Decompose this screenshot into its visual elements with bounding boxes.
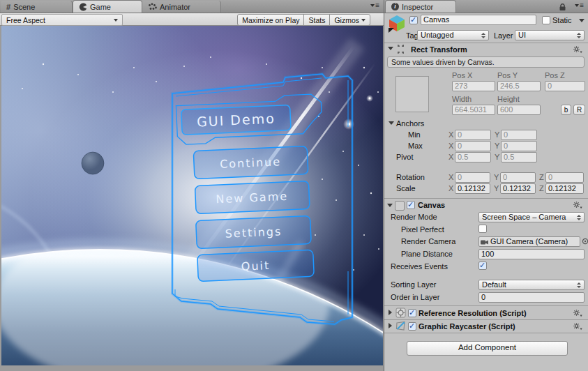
tab-game[interactable]: Game [73,0,142,13]
game-icon [79,3,87,11]
graphic-raycaster-foldout[interactable] [389,323,392,328]
gear-icon[interactable] [573,201,582,209]
scale-z-field[interactable]: 0.12132 [545,183,584,194]
reference-resolution-enabled-checkbox[interactable] [408,309,416,317]
pivot-x-field[interactable]: 0.5 [455,152,491,162]
rect-transform-title: Rect Transform [411,45,467,54]
unity-editor-window: # Scene Game Animator ≡ Free Aspect Maxi… [0,0,588,371]
blueprint-mode-button[interactable]: b [561,105,571,115]
tab-animator-label: Animator [160,3,190,11]
layer-dropdown[interactable]: UI [515,30,585,40]
sorting-layer-label: Sorting Layer [391,280,436,289]
graphic-raycaster-title: Graphic Raycaster (Script) [419,322,515,331]
axis-x-label: X [448,184,453,193]
popup-arrows-icon [577,282,582,288]
gizmos-button[interactable]: Gizmos [329,14,370,26]
tab-scene-label: Scene [13,3,35,11]
popup-arrows-icon [577,215,582,220]
anchor-min-x-field[interactable]: 0 [455,130,491,140]
static-dropdown-icon[interactable] [579,19,585,22]
chevron-down-icon [361,19,365,22]
rect-transform-helpbox: Some values driven by Canvas. [387,56,585,68]
canvas-foldout[interactable] [387,204,393,207]
animator-icon [148,3,157,11]
axis-x-label: X [448,153,453,162]
rotation-label: Rotation [396,173,425,182]
gear-icon[interactable] [573,45,582,54]
plane-distance-label: Plane Distance [401,250,453,259]
axis-x-label: X [448,173,453,182]
pos-x-label: Pos X [452,71,472,80]
width-label: Width [452,95,472,104]
anchor-max-y-field[interactable]: 0 [501,141,537,151]
pos-x-field[interactable]: 273 [452,81,495,91]
gear-icon[interactable] [573,309,582,317]
popup-arrows-icon [481,33,486,38]
object-picker-icon[interactable] [582,238,588,245]
pixel-perfect-label: Pixel Perfect [401,225,444,234]
game-pane-menu-icon[interactable]: ≡ [370,2,379,9]
tab-animator[interactable]: Animator [142,1,221,13]
inspector-pane-menu-icon[interactable]: ≡ [575,2,584,9]
render-camera-object-field[interactable]: GUI Camera (Camera) [478,236,580,247]
maximize-on-play-button[interactable]: Maximize on Play [237,14,304,26]
rotation-z-field[interactable]: 0 [545,172,584,183]
scale-y-field[interactable]: 0.12132 [500,183,536,194]
tab-game-label: Game [90,3,111,11]
height-label: Height [497,95,520,104]
settings-button-label: Settings [225,225,282,241]
pos-z-field[interactable]: 0 [545,81,585,91]
gear-icon[interactable] [573,322,582,331]
gameobject-enabled-checkbox[interactable] [409,16,418,24]
canvas-enabled-checkbox[interactable] [407,201,415,209]
plane-distance-field[interactable]: 100 [478,249,585,259]
order-in-layer-field[interactable]: 0 [478,292,585,303]
game-panel: # Scene Game Animator ≡ Free Aspect Maxi… [0,0,384,371]
rotation-x-field[interactable]: 0 [455,172,490,183]
axis-y-label: Y [495,153,499,162]
rect-transform-position-block: Pos X Pos Y Pos Z 273 246.5 0 Width Heig… [384,70,588,117]
graphic-raycaster-icon [395,321,406,331]
gameobject-name-field[interactable]: Canvas [421,15,536,25]
raw-edit-mode-button[interactable]: R [573,105,585,115]
rotation-y-field[interactable]: 0 [500,172,536,183]
gameobject-cube-icon[interactable] [387,14,407,33]
axis-y-label: Y [495,130,499,139]
tab-inspector-label: Inspector [402,3,433,11]
info-icon: i [391,3,399,10]
receives-events-checkbox[interactable] [478,262,487,270]
width-field[interactable]: 664.5031 [452,105,495,115]
add-component-button[interactable]: Add Component [407,341,568,356]
anchor-min-y-field[interactable]: 0 [501,130,537,140]
lock-icon[interactable] [559,3,566,11]
pixel-perfect-checkbox[interactable] [478,225,487,233]
reference-resolution-foldout[interactable] [389,310,392,315]
graphic-raycaster-enabled-checkbox[interactable] [408,322,416,331]
rect-transform-foldout[interactable] [388,47,393,50]
sorting-layer-dropdown[interactable]: Default [478,280,585,290]
aspect-dropdown[interactable]: Free Aspect [1,14,123,26]
game-viewport: GUI Demo Continue New Game Settings Quit [1,26,383,365]
axis-x-label: X [448,130,453,139]
continue-button-label: Continue [220,155,282,171]
tab-scene[interactable]: # Scene [1,1,73,13]
scale-x-field[interactable]: 0.12132 [455,183,490,194]
pivot-y-field[interactable]: 0.5 [501,152,537,162]
axis-y-label: Y [495,142,499,151]
star [369,98,371,100]
stats-button[interactable]: Stats [303,14,330,26]
height-field[interactable]: 600 [497,105,541,115]
render-mode-label: Render Mode [391,213,437,222]
tab-inspector[interactable]: i Inspector [385,0,456,13]
anchors-min-label: Min [408,130,421,139]
anchor-max-x-field[interactable]: 0 [455,141,491,151]
aspect-dropdown-value: Free Aspect [6,16,45,24]
anchors-foldout[interactable] [389,121,394,125]
static-checkbox[interactable] [542,16,550,24]
pos-y-field[interactable]: 246.5 [497,81,541,91]
tag-dropdown[interactable]: Untagged [417,30,489,40]
render-mode-dropdown[interactable]: Screen Space – Camera [478,212,585,222]
rect-transform-icon [395,43,407,55]
order-in-layer-label: Order in Layer [391,293,439,302]
layer-label: Layer [494,31,513,40]
